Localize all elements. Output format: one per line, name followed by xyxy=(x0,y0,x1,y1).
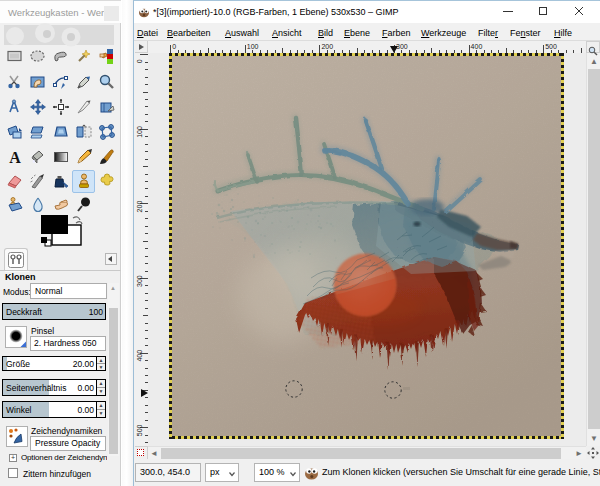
svg-text:0: 0 xyxy=(172,43,176,50)
svg-text:400: 400 xyxy=(471,43,483,50)
svg-text:500: 500 xyxy=(136,424,143,436)
svg-text:200: 200 xyxy=(321,43,333,50)
svg-text:500: 500 xyxy=(545,43,557,50)
svg-text:200: 200 xyxy=(136,201,143,213)
svg-text:100: 100 xyxy=(136,126,143,138)
svg-text:100: 100 xyxy=(247,43,259,50)
svg-text:A: A xyxy=(9,149,21,166)
svg-text:400: 400 xyxy=(136,350,143,362)
svg-text:0: 0 xyxy=(136,59,143,63)
svg-text:300: 300 xyxy=(136,275,143,287)
svg-text:300: 300 xyxy=(396,43,408,50)
